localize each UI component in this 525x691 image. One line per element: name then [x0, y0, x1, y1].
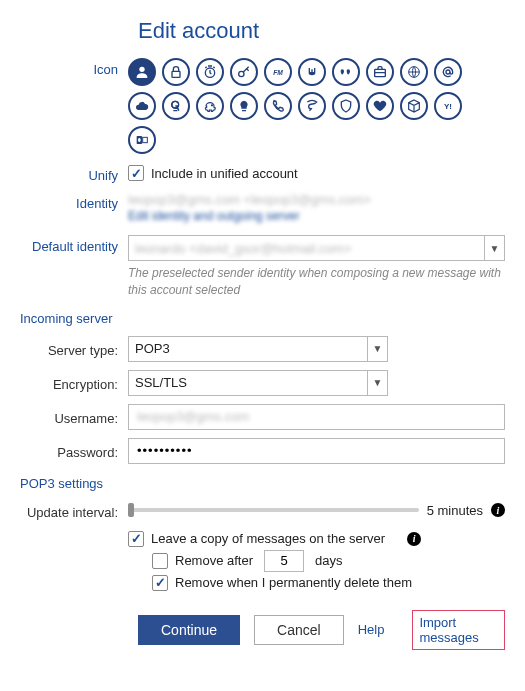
checkbox-icon: [128, 165, 144, 181]
icon-tornado[interactable]: [298, 92, 326, 120]
icon-bulb[interactable]: [230, 92, 258, 120]
identity-value: leopop3@gms.com <leopop3@gms.com>: [128, 192, 371, 207]
svg-rect-12: [143, 137, 148, 142]
import-messages-link[interactable]: Import messages: [412, 610, 505, 650]
default-identity-select[interactable]: leonardo <david_gsor@hotmail.com> ▼: [128, 235, 505, 261]
icon-phone[interactable]: [264, 92, 292, 120]
update-interval-slider[interactable]: [128, 508, 419, 512]
label-identity: Identity: [10, 192, 128, 211]
icon-shield[interactable]: [332, 92, 360, 120]
help-link[interactable]: Help: [358, 622, 385, 637]
svg-point-13: [138, 138, 141, 142]
svg-text:FM: FM: [273, 69, 283, 76]
info-icon[interactable]: i: [407, 532, 421, 546]
checkbox-icon: [128, 531, 144, 547]
label-encryption: Encryption:: [10, 373, 128, 392]
icon-cloud[interactable]: [128, 92, 156, 120]
info-icon[interactable]: i: [491, 503, 505, 517]
icon-person[interactable]: [128, 58, 156, 86]
icon-google[interactable]: [162, 92, 190, 120]
svg-point-3: [239, 71, 244, 76]
svg-point-8: [172, 101, 179, 108]
remove-delete-label: Remove when I permanently delete them: [175, 575, 412, 590]
icon-cube[interactable]: [400, 92, 428, 120]
label-unify: Unify: [10, 164, 128, 183]
icon-heart[interactable]: [366, 92, 394, 120]
remove-after-post: days: [315, 553, 342, 568]
svg-point-9: [211, 105, 212, 106]
chevron-down-icon: ▼: [367, 337, 387, 361]
slider-thumb[interactable]: [128, 503, 134, 517]
chevron-down-icon: ▼: [367, 371, 387, 395]
label-username: Username:: [10, 407, 128, 426]
encryption-select[interactable]: SSL/TLS ▼: [128, 370, 388, 396]
label-password: Password:: [10, 441, 128, 460]
remove-after-checkbox[interactable]: Remove after days: [152, 550, 505, 572]
icon-quote[interactable]: [332, 58, 360, 86]
default-identity-help: The preselected sender identity when com…: [128, 265, 505, 299]
checkbox-icon: [152, 575, 168, 591]
icon-yahoo[interactable]: Y!: [434, 92, 462, 120]
icon-outlook[interactable]: [128, 126, 156, 154]
section-incoming: Incoming server: [20, 311, 505, 326]
checkbox-icon: [152, 553, 168, 569]
section-pop3: POP3 settings: [20, 476, 505, 491]
label-icon: Icon: [10, 58, 128, 77]
icon-at[interactable]: [434, 58, 462, 86]
icon-piggy[interactable]: [196, 92, 224, 120]
encryption-value: SSL/TLS: [135, 375, 187, 390]
label-server-type: Server type:: [10, 339, 128, 358]
default-identity-value: leonardo <david_gsor@hotmail.com>: [135, 241, 351, 256]
remove-delete-checkbox[interactable]: Remove when I permanently delete them: [152, 575, 505, 591]
remove-after-days-input[interactable]: [264, 550, 304, 572]
icon-globe[interactable]: [400, 58, 428, 86]
icon-key[interactable]: [230, 58, 258, 86]
label-update-interval: Update interval:: [10, 501, 128, 520]
svg-text:Y!: Y!: [444, 102, 452, 111]
chevron-down-icon: ▼: [484, 236, 504, 260]
svg-point-0: [139, 67, 144, 72]
leave-copy-label: Leave a copy of messages on the server: [151, 531, 385, 546]
remove-after-pre: Remove after: [175, 553, 253, 568]
server-type-select[interactable]: POP3 ▼: [128, 336, 388, 362]
cancel-button[interactable]: Cancel: [254, 615, 344, 645]
edit-identity-link[interactable]: Edit identity and outgoing server: [128, 209, 299, 223]
continue-button[interactable]: Continue: [138, 615, 240, 645]
leave-copy-checkbox[interactable]: Leave a copy of messages on the server i: [128, 531, 505, 547]
password-input[interactable]: [128, 438, 505, 464]
update-interval-value: 5 minutes: [427, 503, 483, 518]
icon-fm[interactable]: FM: [264, 58, 292, 86]
unify-checkbox[interactable]: Include in unified account: [128, 165, 505, 181]
icon-lock[interactable]: [162, 58, 190, 86]
username-input[interactable]: [128, 404, 505, 430]
icon-briefcase[interactable]: [366, 58, 394, 86]
svg-rect-1: [172, 71, 180, 77]
icon-clock[interactable]: [196, 58, 224, 86]
page-title: Edit account: [138, 18, 505, 44]
server-type-value: POP3: [135, 341, 170, 356]
icon-mastodon[interactable]: [298, 58, 326, 86]
icon-grid: FM Y!: [128, 58, 488, 154]
unify-label: Include in unified account: [151, 166, 298, 181]
label-default-identity: Default identity: [10, 235, 128, 254]
